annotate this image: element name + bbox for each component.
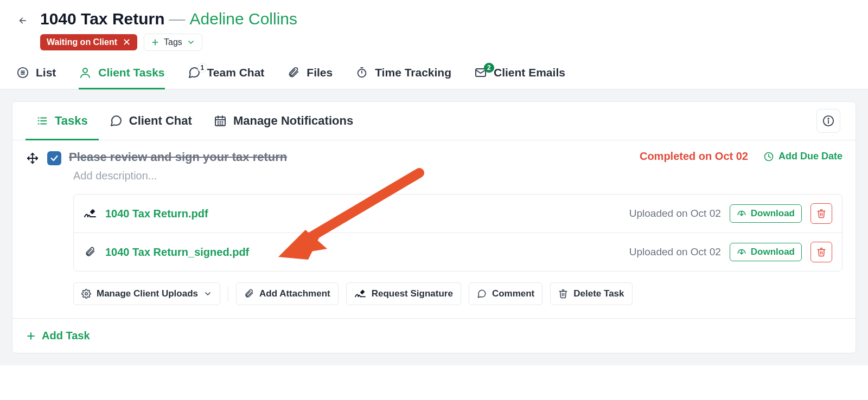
- plus-icon: [151, 38, 159, 47]
- status-chip-label: Waiting on Client: [47, 37, 117, 47]
- task-title[interactable]: Please review and sign your tax return: [69, 150, 287, 164]
- request-signature-button[interactable]: Request Signature: [346, 282, 461, 305]
- tab-team-chat[interactable]: 1 Team Chat: [188, 66, 265, 89]
- subtab-label: Tasks: [55, 114, 88, 128]
- attachment-date: Uploaded on Oct 02: [629, 246, 721, 258]
- attachment-date: Uploaded on Oct 02: [629, 208, 721, 220]
- download-label: Download: [751, 247, 795, 257]
- person-icon: [79, 66, 92, 79]
- subtab-label: Manage Notifications: [233, 114, 353, 128]
- download-button[interactable]: Download: [730, 204, 802, 223]
- tab-client-emails[interactable]: 2 Client Emails: [474, 66, 565, 89]
- download-button[interactable]: Download: [730, 243, 802, 261]
- signature-icon: [84, 207, 97, 220]
- task-completed-label: Completed on Oct 02: [640, 150, 748, 163]
- paperclip-icon: [244, 289, 254, 299]
- download-icon: [737, 209, 746, 218]
- chevron-down-icon: [187, 38, 195, 47]
- tab-client-tasks[interactable]: Client Tasks: [79, 66, 164, 89]
- tab-label: List: [36, 66, 56, 79]
- tab-label: Client Tasks: [98, 66, 164, 79]
- paperclip-icon: [84, 246, 97, 259]
- tags-label: Tags: [164, 37, 182, 47]
- delete-attachment-button[interactable]: [810, 203, 832, 224]
- trash-icon: [816, 209, 826, 218]
- add-attachment-button[interactable]: Add Attachment: [236, 282, 339, 305]
- status-chip[interactable]: Waiting on Client ✕: [40, 34, 137, 50]
- tab-badge: 2: [484, 63, 494, 73]
- add-due-date-button[interactable]: Add Due Date: [763, 151, 843, 162]
- tab-time-tracking[interactable]: Time Tracking: [355, 66, 451, 89]
- stopwatch-icon: [355, 66, 368, 79]
- title-separator: —: [169, 10, 186, 28]
- attachment-name[interactable]: 1040 Tax Return.pdf: [105, 208, 208, 220]
- tab-badge: 1: [197, 63, 208, 73]
- svg-point-25: [218, 124, 218, 124]
- download-icon: [737, 247, 746, 257]
- manage-client-uploads-button[interactable]: Manage Client Uploads: [73, 282, 220, 305]
- button-label: Manage Client Uploads: [97, 288, 198, 299]
- clock-icon: [763, 151, 774, 162]
- tab-label: Client Emails: [494, 66, 565, 79]
- task-action-bar: Manage Client Uploads Add Attachment Req…: [73, 282, 843, 305]
- page-title: 1040 Tax Return — Adeline Collins: [40, 10, 297, 28]
- close-icon[interactable]: ✕: [123, 37, 131, 47]
- chat-icon: [110, 114, 123, 127]
- sub-tab-bar: Tasks Client Chat Manage Notifications: [12, 102, 856, 140]
- svg-point-23: [220, 121, 220, 122]
- attachment-name[interactable]: 1040 Tax Return_signed.pdf: [105, 246, 249, 259]
- attachment-list: 1040 Tax Return.pdf Uploaded on Oct 02 D…: [73, 194, 843, 272]
- drag-handle[interactable]: [25, 151, 40, 165]
- button-label: Comment: [492, 288, 534, 299]
- add-task-button[interactable]: Add Task: [12, 318, 856, 353]
- delete-task-button[interactable]: Delete Task: [550, 282, 632, 305]
- subtab-client-chat[interactable]: Client Chat: [99, 102, 203, 140]
- info-button[interactable]: [816, 109, 840, 133]
- client-name[interactable]: Adeline Collins: [190, 10, 297, 28]
- tab-list[interactable]: List: [16, 66, 56, 89]
- list-icon: [16, 66, 29, 79]
- svg-point-24: [222, 121, 222, 122]
- add-due-label: Add Due Date: [778, 151, 843, 162]
- svg-point-27: [222, 124, 222, 124]
- signature-icon: [354, 289, 366, 299]
- chat-icon: [477, 289, 487, 299]
- attachment-row: 1040 Tax Return.pdf Uploaded on Oct 02 D…: [74, 195, 842, 233]
- comment-button[interactable]: Comment: [469, 282, 542, 305]
- subtab-manage-notifications[interactable]: Manage Notifications: [203, 102, 364, 140]
- trash-icon: [816, 247, 826, 257]
- task-checkbox[interactable]: [47, 151, 61, 165]
- arrow-left-icon: [18, 14, 27, 27]
- tab-label: Team Chat: [207, 66, 265, 79]
- task-item: Please review and sign your tax return C…: [12, 140, 856, 318]
- info-icon: [822, 115, 834, 127]
- back-button[interactable]: [15, 13, 30, 28]
- paperclip-icon: [287, 66, 300, 79]
- move-icon: [27, 152, 39, 164]
- add-task-label: Add Task: [42, 330, 90, 342]
- tab-label: Time Tracking: [375, 66, 451, 79]
- list-icon: [36, 115, 48, 127]
- button-label: Delete Task: [573, 288, 624, 299]
- svg-point-22: [218, 121, 218, 122]
- chevron-down-icon: [203, 289, 212, 298]
- tab-files[interactable]: Files: [287, 66, 333, 89]
- delete-attachment-button[interactable]: [810, 242, 832, 262]
- main-tab-bar: List Client Tasks 1 Team Chat Files Ti: [0, 51, 868, 89]
- tab-label: Files: [307, 66, 333, 79]
- button-label: Add Attachment: [259, 288, 330, 299]
- project-title: 1040 Tax Return: [40, 10, 165, 28]
- trash-icon: [558, 289, 568, 299]
- add-tags-button[interactable]: Tags: [144, 34, 202, 51]
- svg-point-26: [220, 124, 220, 124]
- subtab-label: Client Chat: [129, 114, 192, 128]
- svg-point-7: [83, 68, 87, 73]
- subtab-tasks[interactable]: Tasks: [25, 102, 99, 140]
- task-description-input[interactable]: Add description...: [73, 170, 843, 182]
- plus-icon: [25, 331, 36, 341]
- svg-point-41: [85, 293, 88, 295]
- calendar-icon: [214, 114, 227, 127]
- check-icon: [50, 154, 59, 163]
- attachment-row: 1040 Tax Return_signed.pdf Uploaded on O…: [74, 233, 842, 271]
- gear-icon: [81, 289, 91, 299]
